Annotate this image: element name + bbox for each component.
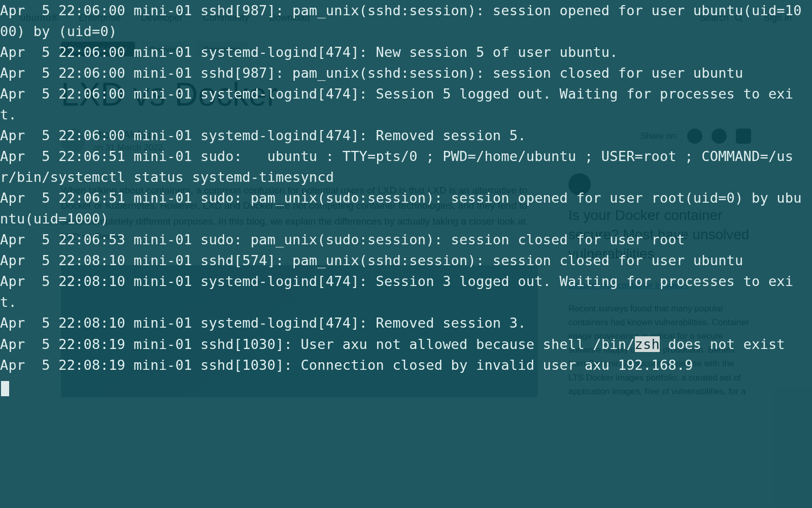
log-line: Apr 5 22:08:19 mini-01 sshd[1030]: Conne… (0, 357, 693, 373)
log-line: Apr 5 22:08:10 mini-01 sshd[574]: pam_un… (0, 252, 743, 268)
search-highlight: zsh (635, 336, 660, 352)
terminal-cursor (1, 381, 9, 396)
log-line: Apr 5 22:06:00 mini-01 sshd[987]: pam_un… (0, 65, 743, 81)
log-line: Apr 5 22:06:00 mini-01 sshd[987]: pam_un… (0, 3, 802, 39)
log-line: Apr 5 22:06:00 mini-01 systemd-logind[47… (0, 128, 526, 143)
log-line: Apr 5 22:06:51 mini-01 sudo: ubuntu : TT… (0, 148, 793, 185)
log-line: Apr 5 22:06:53 mini-01 sudo: pam_unix(su… (0, 232, 685, 247)
log-line: Apr 5 22:06:00 mini-01 systemd-logind[47… (0, 86, 793, 122)
log-line: Apr 5 22:08:19 mini-01 sshd[1030]: User … (0, 336, 785, 352)
terminal-overlay[interactable]: Apr 5 22:06:00 mini-01 sshd[987]: pam_un… (0, 0, 812, 508)
log-line: Apr 5 22:08:10 mini-01 systemd-logind[47… (0, 273, 793, 310)
log-line: Apr 5 22:06:00 mini-01 systemd-logind[47… (0, 44, 618, 60)
log-line: Apr 5 22:06:51 mini-01 sudo: pam_unix(su… (0, 190, 802, 227)
log-line: Apr 5 22:08:10 mini-01 systemd-logind[47… (0, 315, 526, 331)
